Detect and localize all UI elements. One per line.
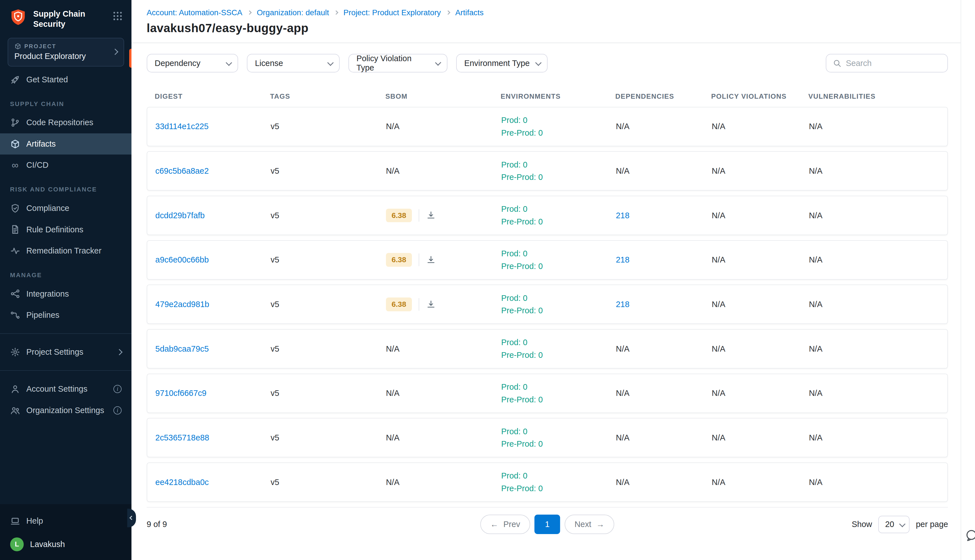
project-icon xyxy=(14,43,21,50)
policy-violations-cell: N/A xyxy=(712,478,809,487)
sbom-cell: N/A xyxy=(386,344,501,353)
sbom-score-badge[interactable]: 6.38 xyxy=(386,209,412,222)
sbom-score-badge[interactable]: 6.38 xyxy=(386,297,412,311)
policy-violations-cell: N/A xyxy=(712,167,809,176)
prev-page-button[interactable]: ← Prev xyxy=(480,515,530,534)
sidebar-item-help[interactable]: Help xyxy=(0,510,132,532)
people-icon xyxy=(10,405,20,416)
digest-link[interactable]: ee4218cdba0c xyxy=(155,478,209,487)
sidebar-item-integrations[interactable]: Integrations xyxy=(0,283,132,305)
per-page-select[interactable]: 20 xyxy=(878,516,910,533)
digest-link[interactable]: 479e2acd981b xyxy=(155,300,209,309)
prod-env-link[interactable]: Prod: 0 xyxy=(501,336,616,349)
digest-link[interactable]: 9710cf6667c9 xyxy=(155,388,207,398)
user-menu[interactable]: L Lavakush xyxy=(0,532,132,551)
sidebar-nav: Get Started SUPPLY CHAIN Code Repositori… xyxy=(0,69,132,421)
dependencies-link[interactable]: 218 xyxy=(616,255,629,264)
digest-link[interactable]: 33d114e1c225 xyxy=(155,122,209,131)
section-label-supply-chain: SUPPLY CHAIN xyxy=(10,100,122,108)
tag-cell: v5 xyxy=(270,478,386,487)
sidebar-item-project-settings[interactable]: Project Settings xyxy=(0,342,132,363)
preprod-env-link[interactable]: Pre-Prod: 0 xyxy=(501,393,616,406)
search-box[interactable] xyxy=(826,54,948,73)
next-page-button[interactable]: Next → xyxy=(564,515,614,534)
sidebar-item-label: Artifacts xyxy=(26,139,55,148)
sidebar-item-code-repositories[interactable]: Code Repositories xyxy=(0,112,132,133)
search-input[interactable] xyxy=(846,58,941,68)
artifact-package-icon xyxy=(10,139,20,149)
chat-help-icon[interactable] xyxy=(965,529,975,542)
breadcrumb-organization-link[interactable]: Organization: default xyxy=(257,8,329,17)
sbom-cell: 6.38 xyxy=(386,253,501,267)
breadcrumb-project-link[interactable]: Project: Product Exploratory xyxy=(343,8,441,17)
sbom-cell: N/A xyxy=(386,167,501,176)
preprod-env-link[interactable]: Pre-Prod: 0 xyxy=(501,482,616,495)
sidebar: Supply Chain Security PROJECT Product Ex… xyxy=(0,0,132,560)
prod-env-link[interactable]: Prod: 0 xyxy=(501,247,616,260)
artifact-row: a9c6e00c66bb v5 6.38 Prod: 0 Pre-Prod: 0… xyxy=(147,240,948,280)
sidebar-item-label: Rule Definitions xyxy=(26,225,83,234)
download-sbom-icon[interactable] xyxy=(426,211,436,220)
policy-violations-cell: N/A xyxy=(712,344,809,353)
policy-violation-type-filter-dropdown[interactable]: Policy Violation Type xyxy=(349,54,447,73)
tag-cell: v5 xyxy=(270,211,386,220)
breadcrumb-account-link[interactable]: Account: Automation-SSCA xyxy=(147,8,242,17)
digest-link[interactable]: a9c6e00c66bb xyxy=(155,255,209,264)
project-label: PROJECT xyxy=(24,43,56,50)
preprod-env-link[interactable]: Pre-Prod: 0 xyxy=(501,127,616,139)
prod-env-link[interactable]: Prod: 0 xyxy=(501,158,616,171)
current-page-button[interactable]: 1 xyxy=(534,515,560,534)
digest-link[interactable]: 2c5365718e88 xyxy=(155,433,209,442)
sidebar-item-organization-settings[interactable]: Organization Settings i xyxy=(0,400,132,421)
sidebar-item-get-started[interactable]: Get Started xyxy=(0,69,132,90)
sidebar-item-pipelines[interactable]: Pipelines xyxy=(0,305,132,326)
sbom-score-badge[interactable]: 6.38 xyxy=(386,253,412,267)
project-selector[interactable]: PROJECT Product Exploratory xyxy=(8,38,124,66)
user-name: Lavakush xyxy=(30,540,65,549)
sidebar-item-account-settings[interactable]: Account Settings i xyxy=(0,378,132,400)
environment-type-filter-dropdown[interactable]: Environment Type xyxy=(456,54,548,73)
prod-env-link[interactable]: Prod: 0 xyxy=(501,114,616,127)
artifact-row: ee4218cdba0c v5 N/A Prod: 0 Pre-Prod: 0 … xyxy=(147,462,948,502)
chevron-right-icon xyxy=(334,10,339,15)
prod-env-link[interactable]: Prod: 0 xyxy=(501,470,616,482)
sidebar-item-artifacts[interactable]: Artifacts xyxy=(0,133,132,155)
section-label-manage: MANAGE xyxy=(10,272,122,279)
download-sbom-icon[interactable] xyxy=(426,300,436,309)
breadcrumb-artifacts-link[interactable]: Artifacts xyxy=(455,8,484,17)
preprod-env-link[interactable]: Pre-Prod: 0 xyxy=(501,260,616,273)
tag-cell: v5 xyxy=(270,122,386,131)
preprod-env-link[interactable]: Pre-Prod: 0 xyxy=(501,171,616,183)
sidebar-item-cicd[interactable]: ∞ CI/CD xyxy=(0,155,132,176)
digest-link[interactable]: dcdd29b7fafb xyxy=(155,211,205,220)
prod-env-link[interactable]: Prod: 0 xyxy=(501,292,616,305)
dependency-filter-dropdown[interactable]: Dependency xyxy=(147,54,238,73)
dropdown-value: Dependency xyxy=(155,58,200,68)
module-switcher-icon[interactable] xyxy=(112,8,123,22)
dropdown-value: License xyxy=(255,58,283,68)
sidebar-divider xyxy=(0,370,132,371)
sidebar-item-remediation-tracker[interactable]: Remediation Tracker xyxy=(0,240,132,262)
preprod-env-link[interactable]: Pre-Prod: 0 xyxy=(501,215,616,228)
dependencies-link[interactable]: 218 xyxy=(616,300,629,309)
artifact-row: 5dab9caa79c5 v5 N/A Prod: 0 Pre-Prod: 0 … xyxy=(147,329,948,368)
sidebar-item-rule-definitions[interactable]: Rule Definitions xyxy=(0,219,132,240)
dependencies-cell: N/A xyxy=(616,388,712,398)
prod-env-link[interactable]: Prod: 0 xyxy=(501,425,616,438)
digest-link[interactable]: 5dab9caa79c5 xyxy=(155,344,209,353)
sbom-cell: N/A xyxy=(386,433,501,442)
sidebar-item-compliance[interactable]: Compliance xyxy=(0,198,132,219)
preprod-env-link[interactable]: Pre-Prod: 0 xyxy=(501,438,616,450)
policy-violations-cell: N/A xyxy=(712,300,809,309)
preprod-env-link[interactable]: Pre-Prod: 0 xyxy=(501,304,616,317)
environments-cell: Prod: 0 Pre-Prod: 0 xyxy=(501,425,616,451)
license-filter-dropdown[interactable]: License xyxy=(247,54,340,73)
prod-env-link[interactable]: Prod: 0 xyxy=(501,381,616,393)
download-sbom-icon[interactable] xyxy=(426,255,436,265)
preprod-env-link[interactable]: Pre-Prod: 0 xyxy=(501,349,616,362)
dependencies-link[interactable]: 218 xyxy=(616,211,629,220)
digest-link[interactable]: c69c5b6a8ae2 xyxy=(155,167,209,175)
column-header-digest: DIGEST xyxy=(155,92,270,100)
environments-cell: Prod: 0 Pre-Prod: 0 xyxy=(501,247,616,273)
prod-env-link[interactable]: Prod: 0 xyxy=(501,203,616,215)
